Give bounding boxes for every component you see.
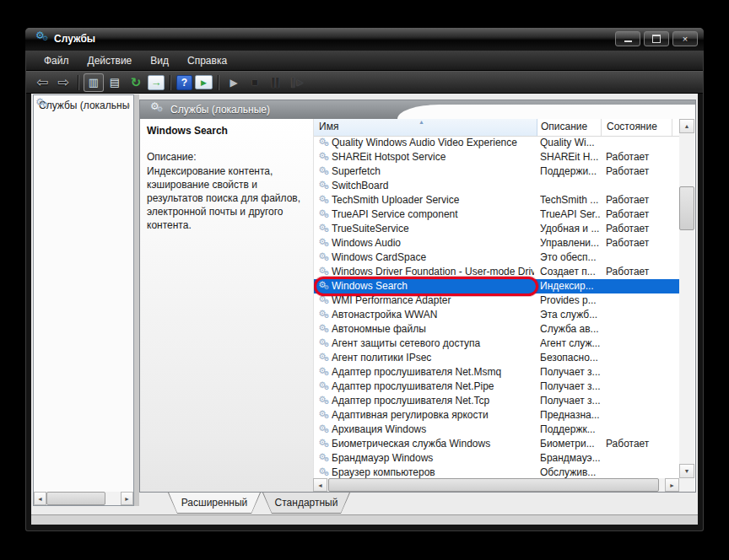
minimize-button[interactable]	[615, 31, 640, 46]
service-gear-icon	[318, 168, 329, 178]
column-header-name[interactable]: ▲ Имя	[314, 119, 537, 136]
service-description: SHAREit H...	[540, 151, 601, 163]
service-name: Автонастройка WWAN	[332, 309, 534, 320]
service-row[interactable]: Автонастройка WWANЭта служб...	[314, 308, 679, 322]
service-description: Предназна...	[540, 409, 601, 421]
service-gear-icon	[318, 225, 329, 235]
tree-scroll-thumb[interactable]	[46, 492, 105, 505]
tree-horizontal-scrollbar[interactable]: ◄ ►	[34, 492, 133, 505]
service-gear-icon	[318, 369, 329, 379]
close-icon: ×	[683, 33, 688, 45]
titlebar[interactable]: Службы ×	[25, 28, 704, 51]
service-gear-icon	[318, 182, 329, 192]
export-list-icon[interactable]: →	[148, 75, 165, 90]
column-header-extra[interactable]	[672, 119, 679, 136]
service-row[interactable]: Брандмауэр WindowsБрандмауэ...	[314, 451, 679, 466]
service-gear-icon	[318, 153, 329, 164]
scroll-up-icon[interactable]: ▲	[679, 119, 694, 133]
menu-item-file[interactable]: Файл	[35, 52, 78, 69]
help-icon[interactable]: ?	[176, 75, 192, 90]
service-row[interactable]: SwitchBoard	[314, 179, 679, 193]
service-row[interactable]: Адаптивная регулировка яркостиПредназна.…	[314, 408, 679, 423]
scroll-right-icon[interactable]: ►	[121, 492, 133, 505]
service-row[interactable]: Адаптер прослушивателя Net.PipeПолучает …	[314, 380, 679, 394]
status-strip	[31, 514, 698, 525]
toolbar-separator	[78, 75, 79, 90]
service-state: Работает	[606, 438, 672, 450]
toolbar-separator	[218, 75, 219, 90]
start-service-icon[interactable]: ▶	[224, 74, 243, 91]
service-description: Получает з...	[540, 395, 601, 407]
service-gear-icon	[318, 383, 329, 393]
service-description: Получает з...	[540, 380, 601, 392]
tree-item-services[interactable]: Службы (локальные)	[35, 98, 130, 113]
column-header-state[interactable]: Состояние	[602, 119, 672, 136]
service-description: TrueAPI Ser...	[540, 208, 601, 220]
view-tabs: Расширенный Стандартный	[139, 493, 696, 514]
service-row[interactable]: SHAREit Hotspot ServiceSHAREit H...Работ…	[314, 150, 679, 164]
service-row[interactable]: Quality Windows Audio Video ExperienceQu…	[314, 136, 679, 150]
service-row[interactable]: Агент защиты сетевого доступаАгент служ.…	[314, 337, 679, 351]
service-row[interactable]: TrueSuiteServiceУдобная и ...Работает	[314, 222, 679, 236]
scroll-left-icon[interactable]: ◄	[313, 478, 327, 492]
service-name: Автономные файлы	[332, 323, 534, 335]
tab-extended[interactable]: Расширенный	[168, 493, 261, 514]
column-header-description[interactable]: Описание	[537, 119, 602, 136]
console-tree-panel: Службы (локальные) ◄ ►	[33, 94, 134, 506]
stop-service-icon[interactable]: ■	[246, 74, 264, 91]
menu-item-action[interactable]: Действие	[78, 52, 142, 69]
service-row[interactable]: Адаптер прослушивателя Net.MsmqПолучает …	[314, 365, 679, 380]
service-gear-icon	[318, 440, 329, 450]
refresh-icon[interactable]: ↻	[127, 74, 145, 91]
service-gear-icon	[318, 455, 329, 465]
tab-standard[interactable]: Стандартный	[262, 493, 350, 514]
service-row[interactable]: SuperfetchПоддержи...Работает	[314, 164, 679, 179]
close-button[interactable]: ×	[672, 31, 698, 46]
service-row[interactable]: TechSmith Uploader ServiceTechSmith ...Р…	[314, 193, 679, 207]
service-name: SwitchBoard	[332, 180, 534, 191]
service-gear-icon	[318, 469, 329, 478]
menu-item-help[interactable]: Справка	[178, 52, 236, 69]
service-row[interactable]: Windows CardSpaceЭто обесп...	[314, 250, 679, 265]
forward-icon[interactable]: ⇨	[54, 74, 73, 91]
horizontal-scroll-thumb[interactable]	[328, 478, 659, 492]
properties-icon[interactable]: ▤	[105, 74, 124, 91]
scroll-right-icon[interactable]: ►	[665, 478, 679, 492]
toolbar-separator	[170, 75, 171, 90]
services-header-icon	[150, 104, 163, 116]
service-row[interactable]: Windows AudioУправлени...Работает	[314, 236, 679, 250]
service-row[interactable]: Агент политики IPsecБезопасно...	[314, 351, 679, 365]
show-console-tree-icon[interactable]: ▥	[84, 74, 103, 91]
service-name: Адаптер прослушивателя Net.Msmq	[332, 366, 534, 378]
maximize-button[interactable]	[644, 31, 669, 46]
panel-header-title: Службы (локальные)	[170, 104, 270, 116]
menu-bar: ФайлДействиеВидСправка	[26, 51, 703, 71]
service-row[interactable]: Браузер компьютеровОбслужив...	[314, 466, 679, 478]
back-icon[interactable]: ⇦	[33, 74, 51, 91]
pause-service-icon[interactable]: ▌▌	[267, 74, 285, 91]
scroll-left-icon[interactable]: ◄	[34, 492, 46, 505]
list-horizontal-scrollbar[interactable]: ◄ ►	[313, 478, 679, 492]
show-description-icon[interactable]: ▶	[195, 75, 213, 89]
vertical-scrollbar[interactable]: ▲ ▼	[679, 119, 694, 478]
service-description: Обслужив...	[540, 466, 601, 478]
service-row[interactable]: Адаптер прослушивателя Net.TcpПолучает з…	[314, 394, 679, 408]
restart-service-icon[interactable]: ▌▶	[288, 74, 306, 91]
service-row[interactable]: Архивация WindowsПоддержк...	[314, 423, 679, 437]
highlight-annotation	[314, 277, 538, 296]
service-name: Агент защиты сетевого доступа	[332, 337, 534, 349]
service-state: Работает	[606, 266, 672, 277]
service-name: Superfetch	[332, 165, 534, 177]
menu-item-view[interactable]: Вид	[141, 52, 178, 69]
service-row[interactable]: Биометрическая служба WindowsБиометри...…	[314, 437, 679, 451]
vertical-scroll-thumb[interactable]	[679, 186, 694, 230]
scroll-down-icon[interactable]: ▼	[679, 464, 694, 478]
service-description: Брандмауэ...	[540, 452, 601, 464]
service-row[interactable]: TrueAPI Service componentTrueAPI Ser...Р…	[314, 207, 679, 222]
service-state: Работает	[606, 151, 672, 163]
service-name: WMI Performance Adapter	[332, 294, 534, 306]
selected-service-title: Windows Search	[147, 125, 306, 137]
service-row[interactable]: Автономные файлыСлужба ав...	[314, 322, 679, 337]
minimize-icon	[624, 40, 632, 42]
service-name: Адаптер прослушивателя Net.Pipe	[332, 380, 534, 392]
